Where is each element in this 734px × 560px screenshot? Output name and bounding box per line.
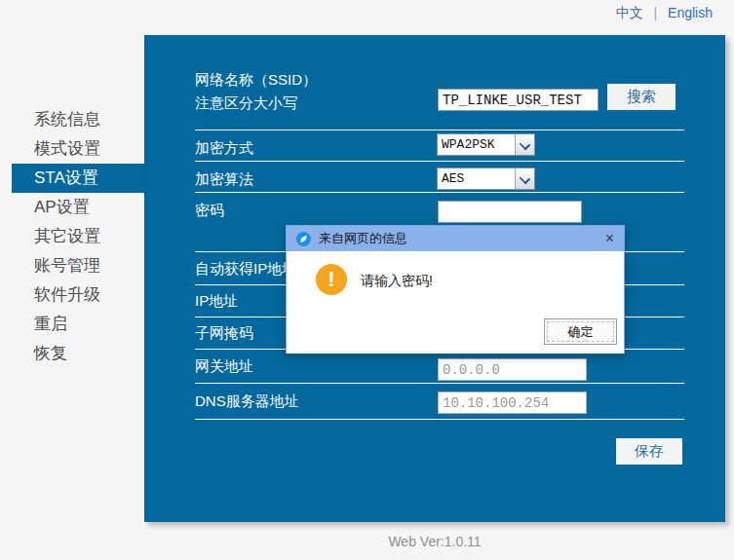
encryption-method-label: 加密方式 bbox=[195, 139, 253, 158]
password-input[interactable] bbox=[438, 201, 582, 223]
sidebar-item-system-info[interactable]: 系统信息 bbox=[0, 105, 144, 134]
encryption-algorithm-select[interactable]: AES bbox=[437, 168, 535, 190]
subnet-mask-label: 子网掩码 bbox=[195, 324, 253, 343]
save-button[interactable]: 保存 bbox=[616, 438, 682, 465]
ssid-label-line1: 网络名称（SSID） bbox=[195, 71, 317, 90]
sidebar-item-firmware-upgrade[interactable]: 软件升级 bbox=[0, 280, 144, 310]
webpage-message-dialog: 来自网页的信息 × ! 请输入密码! 确定 bbox=[286, 225, 625, 354]
row-divider bbox=[195, 130, 684, 131]
language-switcher: 中文 | English bbox=[616, 5, 713, 22]
web-version-text: Web Ver:1.0.11 bbox=[144, 534, 725, 549]
sidebar-item-restart[interactable]: 重启 bbox=[0, 310, 144, 339]
sidebar-item-other-settings[interactable]: 其它设置 bbox=[0, 222, 144, 251]
row-divider bbox=[195, 383, 684, 384]
chevron-down-icon[interactable] bbox=[515, 134, 534, 155]
close-icon[interactable]: × bbox=[605, 231, 614, 246]
encryption-algorithm-value: AES bbox=[438, 168, 515, 189]
ssid-input[interactable] bbox=[438, 89, 599, 111]
lang-separator: | bbox=[654, 5, 658, 20]
dialog-message: 请输入密码! bbox=[361, 273, 433, 290]
dialog-titlebar[interactable]: 来自网页的信息 × bbox=[287, 226, 624, 251]
sidebar-item-mode-settings[interactable]: 模式设置 bbox=[0, 134, 144, 164]
page: 中文 | English 系统信息 模式设置 STA设置 AP设置 其它设置 账… bbox=[0, 0, 734, 560]
encryption-algorithm-label: 加密算法 bbox=[195, 170, 253, 189]
sidebar-nav: 系统信息 模式设置 STA设置 AP设置 其它设置 账号管理 软件升级 重启 恢… bbox=[0, 105, 144, 368]
sidebar-item-restore[interactable]: 恢复 bbox=[0, 339, 144, 368]
browser-icon bbox=[296, 232, 311, 246]
dialog-title: 来自网页的信息 bbox=[319, 230, 605, 247]
lang-chinese-link[interactable]: 中文 bbox=[616, 5, 643, 20]
chevron-down-icon[interactable] bbox=[515, 168, 534, 189]
ip-address-label: IP地址 bbox=[195, 292, 238, 311]
gateway-label: 网关地址 bbox=[195, 357, 253, 376]
sidebar-item-ap-settings[interactable]: AP设置 bbox=[0, 193, 144, 222]
dialog-body: ! 请输入密码! 确定 bbox=[287, 251, 624, 354]
ok-button[interactable]: 确定 bbox=[544, 318, 617, 345]
row-divider bbox=[195, 161, 684, 162]
lang-english-link[interactable]: English bbox=[668, 5, 713, 20]
ssid-label-line2: 注意区分大小写 bbox=[195, 94, 297, 113]
gateway-input bbox=[438, 358, 587, 381]
dns-label: DNS服务器地址 bbox=[195, 392, 299, 411]
ssid-search-button[interactable]: 搜索 bbox=[607, 84, 676, 110]
encryption-method-value: WPA2PSK bbox=[438, 134, 515, 155]
warning-icon: ! bbox=[316, 264, 347, 295]
row-divider bbox=[195, 192, 684, 193]
encryption-method-select[interactable]: WPA2PSK bbox=[437, 133, 535, 156]
row-divider bbox=[195, 419, 684, 420]
sidebar-item-sta-settings[interactable]: STA设置 bbox=[12, 164, 144, 193]
password-label: 密码 bbox=[195, 202, 224, 220]
sidebar-item-account-management[interactable]: 账号管理 bbox=[0, 251, 144, 280]
dns-input bbox=[438, 392, 587, 414]
auto-ip-label: 自动获得IP地址 bbox=[195, 260, 296, 279]
